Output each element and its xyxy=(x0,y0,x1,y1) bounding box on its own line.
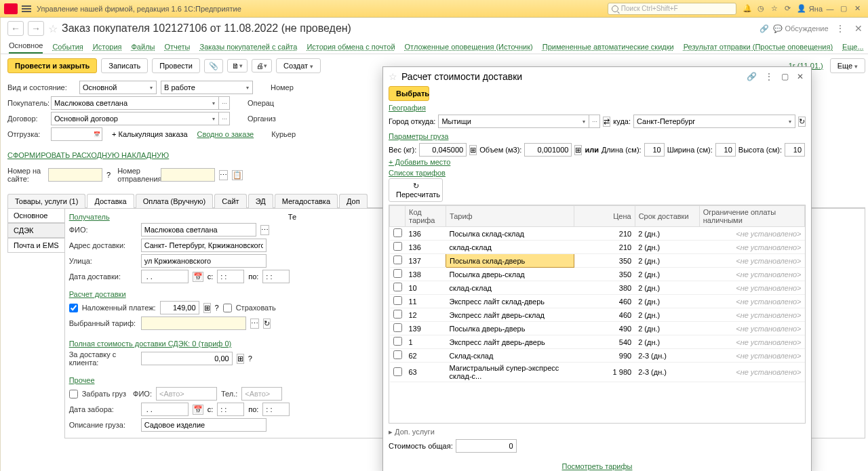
row-check[interactable] xyxy=(393,255,402,264)
swap-icon[interactable]: ⇄ xyxy=(603,117,610,127)
delivdate-input[interactable] xyxy=(141,270,189,283)
tarif-row[interactable]: 63Магистральный супер-экспресс склад-с..… xyxy=(390,363,805,382)
doctab-0[interactable]: Основное xyxy=(9,41,43,54)
time-from[interactable] xyxy=(217,270,244,283)
tarif-row[interactable]: 137Посылка склад-дверь3502 (дн.)<не уста… xyxy=(390,254,805,268)
print-button[interactable]: 🖨 xyxy=(252,59,272,73)
vol-input[interactable] xyxy=(524,143,572,157)
modal-link-icon[interactable]: 🔗 xyxy=(745,72,759,81)
cod-input[interactable] xyxy=(160,301,199,314)
write-button[interactable]: Записать xyxy=(101,58,148,73)
q2-icon[interactable]: ? xyxy=(215,304,219,312)
tarif-input[interactable] xyxy=(141,316,246,330)
ptime-to[interactable] xyxy=(262,403,290,416)
add-place-link[interactable]: + Добавить место xyxy=(389,158,806,166)
weight-input[interactable] xyxy=(419,143,467,157)
doctab-10[interactable]: Еще... xyxy=(842,43,864,54)
menu-icon[interactable] xyxy=(22,4,31,14)
create-button[interactable]: Создат xyxy=(276,58,321,73)
vtab-2[interactable]: Почта и EMS xyxy=(7,238,64,253)
doctab-1[interactable]: События xyxy=(52,43,83,54)
q3-icon[interactable]: ? xyxy=(248,354,252,363)
len-input[interactable] xyxy=(644,143,665,157)
total-input[interactable] xyxy=(456,439,517,453)
doctab-8[interactable]: Примененные автоматические скидки xyxy=(542,43,674,54)
street-input[interactable] xyxy=(141,254,267,268)
sitenum-input[interactable] xyxy=(48,168,102,182)
global-search[interactable]: Поиск Ctrl+Shift+F xyxy=(608,3,736,15)
row-check[interactable] xyxy=(393,367,402,376)
wid-input[interactable] xyxy=(715,143,736,157)
tarif-row[interactable]: 138Посылка дверь-склад3502 (дн.)<не уста… xyxy=(390,268,805,281)
row-check[interactable] xyxy=(393,310,402,319)
vtab-1[interactable]: СДЭК xyxy=(7,223,64,238)
doctab-5[interactable]: Заказы покупателей с сайта xyxy=(199,43,297,54)
free-link[interactable]: Сводно о заказе xyxy=(197,130,254,138)
row-check[interactable] xyxy=(393,283,402,291)
more-button[interactable]: Еще xyxy=(830,58,865,73)
modal-dots-icon[interactable]: ⋮ xyxy=(763,72,775,81)
expense-link[interactable]: СФОРМИРОВАТЬ РАСХОДНУЮ НАКЛАДНУЮ xyxy=(7,151,169,159)
buyer-input[interactable] xyxy=(51,96,208,110)
chat-button[interactable]: 💬 Обсуждение xyxy=(773,24,829,33)
back-button[interactable]: ← xyxy=(7,21,24,36)
doctab-9[interactable]: Результат отправки (Простые оповещения) xyxy=(684,43,833,54)
city-from-input[interactable] xyxy=(438,115,578,128)
clock-icon[interactable]: ◷ xyxy=(755,3,767,15)
doctab-2[interactable]: История xyxy=(93,43,122,54)
modal-close-icon[interactable]: ✕ xyxy=(795,72,806,81)
row-check[interactable] xyxy=(393,269,402,278)
user-name[interactable]: Яна xyxy=(809,3,823,15)
view-tarifs-link[interactable]: Посмотреть тарифы xyxy=(562,462,633,470)
tarif-row[interactable]: 12Экспресс лайт дверь-склад4602 (дн.)<не… xyxy=(390,308,805,322)
post-close-button[interactable]: Провести и закрыть xyxy=(7,58,97,73)
subtab-1[interactable]: Доставка xyxy=(87,194,134,208)
insure-checkbox[interactable] xyxy=(223,304,232,312)
desc-input[interactable] xyxy=(141,418,267,432)
tarif-row[interactable]: 11Экспресс лайт склад-дверь4602 (дн.)<не… xyxy=(390,295,805,308)
fio-input[interactable] xyxy=(141,223,256,237)
time-to[interactable] xyxy=(262,270,290,283)
pickup-fio[interactable] xyxy=(156,387,217,401)
post-button[interactable]: Провести xyxy=(152,58,200,73)
vtab-0[interactable]: Основное xyxy=(7,208,64,223)
forward-button[interactable]: → xyxy=(28,21,44,36)
doctab-4[interactable]: Отчеты xyxy=(164,43,190,54)
close-icon[interactable]: ✕ xyxy=(851,3,863,15)
row-check[interactable] xyxy=(393,323,402,332)
choose-button[interactable]: Выбрать xyxy=(389,86,429,101)
user-avatar[interactable]: 👤 xyxy=(795,3,808,15)
contract-input[interactable] xyxy=(51,112,208,125)
work-combo[interactable] xyxy=(161,81,242,94)
subtab-4[interactable]: ЭД xyxy=(248,194,273,208)
subtab-2[interactable]: Оплата (Вручную) xyxy=(136,194,214,208)
hei-input[interactable] xyxy=(785,143,805,157)
scan-button[interactable]: 🗎 xyxy=(227,59,248,73)
minimize-icon[interactable]: — xyxy=(824,3,836,15)
doctab-3[interactable]: Файлы xyxy=(132,43,155,54)
tarif-row[interactable]: 136склад-склад2102 (дн.)<не установлено> xyxy=(390,241,805,254)
refresh-cities-icon[interactable]: ↻ xyxy=(798,117,806,127)
tarif-row[interactable]: 136Посылка склад-склад2102 (дн.)<не уста… xyxy=(390,227,805,241)
recalc-button[interactable]: ↻ Пересчитать xyxy=(389,178,443,202)
pickdate-input[interactable] xyxy=(141,403,189,416)
doctab-7[interactable]: Отложенные оповещения (Источник) xyxy=(405,43,533,54)
row-check[interactable] xyxy=(393,337,402,346)
modal-star[interactable]: ☆ xyxy=(389,71,397,82)
close-doc-button[interactable]: ✕ xyxy=(852,23,865,34)
tarif-row[interactable]: 62Склад-склад9902-3 (дн.)<не установлено… xyxy=(390,349,805,363)
dots-icon[interactable]: ⋮ xyxy=(833,23,848,34)
row-check[interactable] xyxy=(393,228,402,237)
tarif-row[interactable]: 10склад-склад3802 (дн.)<не установлено> xyxy=(390,281,805,295)
add-srv-toggle[interactable]: ▸ Доп. услуги xyxy=(389,428,435,436)
subtab-5[interactable]: Мегадоставка xyxy=(275,194,338,208)
refresh-icon[interactable]: ⟳ xyxy=(782,3,794,15)
bell-icon[interactable]: 🔔 xyxy=(741,3,753,15)
tarif-row[interactable]: 1Экспресс лайт дверь-дверь5402 (дн.)<не … xyxy=(390,335,805,349)
favorite-star[interactable]: ☆ xyxy=(48,22,58,35)
doctab-6[interactable]: История обмена с почтой xyxy=(307,43,395,54)
link-icon[interactable]: 🔗 xyxy=(760,24,769,33)
subtab-6[interactable]: Доп xyxy=(339,194,368,208)
ptime-from[interactable] xyxy=(217,403,244,416)
row-check[interactable] xyxy=(393,242,402,251)
